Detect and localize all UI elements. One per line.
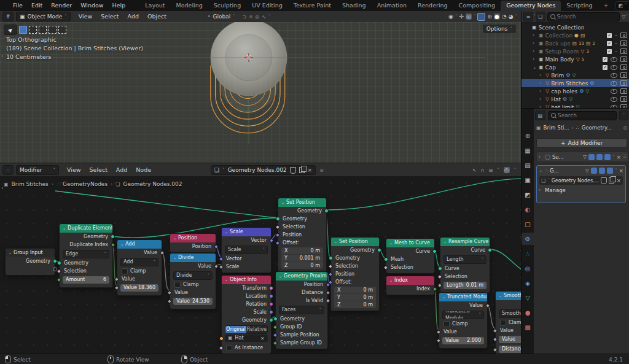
- workspace-tab-geometry-nodes[interactable]: Geometry Nodes: [501, 1, 561, 11]
- checkbox-icon[interactable]: [122, 268, 128, 274]
- eye-icon[interactable]: [611, 65, 617, 70]
- camera-render-icon[interactable]: [620, 80, 627, 86]
- socket-vector[interactable]: [328, 271, 333, 276]
- socket-float[interactable]: [114, 276, 119, 281]
- properties-tab-render[interactable]: ▦: [522, 144, 534, 157]
- node-divide[interactable]: ⌄DivideValueDivide˅ClampValueValue24.530: [170, 253, 216, 309]
- display-mode-icon[interactable]: ❏: [536, 12, 545, 21]
- node-checkbox-clamp[interactable]: Clamp: [496, 319, 521, 327]
- node-resample-curve[interactable]: ⌄Resample CurveCurveLength˅CurveSelectio…: [440, 237, 490, 293]
- checkbox-icon[interactable]: [500, 320, 506, 326]
- socket-float[interactable]: [493, 347, 498, 352]
- node-header[interactable]: ⌄Divide: [170, 254, 216, 262]
- node-enum-select[interactable]: Edge˅: [63, 250, 109, 258]
- properties-tab-physics[interactable]: ◎: [522, 262, 534, 274]
- socket-bool[interactable]: [219, 345, 224, 350]
- transform-orientation[interactable]: ⌖ Global ˅ ⊃ ∩ ◎ ∿ ˅: [208, 14, 270, 20]
- pin-icon[interactable]: ⊙: [319, 168, 324, 173]
- checkbox-icon[interactable]: ✓: [603, 57, 608, 62]
- eye-icon[interactable]: [611, 73, 617, 78]
- socket-geo[interactable]: [384, 257, 388, 261]
- fake-user-shield-icon[interactable]: [290, 167, 296, 174]
- close-icon[interactable]: ×: [617, 154, 622, 160]
- workspace-tab-sculpting[interactable]: Sculpting: [208, 1, 246, 11]
- select-subtract-icon[interactable]: [39, 26, 47, 34]
- expand-icon[interactable]: ›: [533, 48, 537, 54]
- outliner-search[interactable]: Search: [547, 12, 620, 21]
- node-menu-add[interactable]: Add: [112, 165, 131, 176]
- socket-bool[interactable]: [328, 263, 333, 268]
- toggle-option-original[interactable]: Original: [225, 326, 246, 333]
- socket-geo[interactable]: [324, 209, 329, 213]
- realtime-toggle-icon[interactable]: [599, 168, 605, 174]
- value-slider[interactable]: Value18.360: [120, 284, 158, 292]
- camera-render-icon[interactable]: [620, 64, 627, 70]
- node-menu-select[interactable]: Select: [85, 165, 112, 176]
- node-enum-select[interactable]: Smooth˅: [499, 309, 521, 318]
- collapse-icon[interactable]: ⌄: [281, 198, 284, 207]
- select-extend-icon[interactable]: [29, 26, 37, 34]
- checkbox-icon[interactable]: ✓: [603, 65, 608, 70]
- node-header[interactable]: ⌄Mesh to Curve: [386, 239, 434, 247]
- collapse-icon[interactable]: ⌄: [499, 292, 502, 300]
- socket-vector[interactable]: [269, 294, 273, 298]
- properties-search[interactable]: Search: [548, 111, 617, 120]
- node-header[interactable]: ⌄Add: [117, 240, 162, 249]
- close-icon[interactable]: ×: [308, 167, 313, 173]
- node-enum-select[interactable]: Divide˅: [173, 271, 213, 280]
- workspace-tab-animation[interactable]: Animation: [372, 1, 412, 11]
- socket-vector[interactable]: [275, 232, 280, 237]
- material-shading-icon[interactable]: ◔: [502, 14, 507, 20]
- socket-geo[interactable]: [377, 248, 381, 252]
- rendered-shading-icon[interactable]: ◕: [509, 14, 514, 20]
- camera-render-icon[interactable]: [620, 33, 627, 38]
- collapse-icon[interactable]: ⌄: [120, 240, 123, 249]
- socket-object[interactable]: [219, 336, 224, 341]
- node-scale[interactable]: ⌄ScaleVectorScale˅VectorScale: [221, 227, 272, 273]
- workspace-tab-uv-editing[interactable]: UV Editing: [246, 1, 288, 11]
- socket-float[interactable]: [160, 250, 165, 255]
- node-enum-select[interactable]: Truncated Modulo˅: [442, 311, 484, 319]
- vector-field-z[interactable]: Z0 m: [281, 262, 323, 269]
- node-group-selector[interactable]: ❏ ˅ Geometry Nodes.002 ×: [211, 165, 316, 175]
- node-header[interactable]: ⌄Geometry Proximity: [276, 272, 327, 281]
- add-modifier-button[interactable]: + Add Modifier: [536, 138, 627, 148]
- socket-float[interactable]: [214, 263, 219, 268]
- checkbox-icon[interactable]: ✓: [607, 49, 612, 54]
- camera-render-icon[interactable]: [620, 88, 627, 94]
- select-invert-icon[interactable]: [49, 26, 57, 34]
- node-tree-type-selector[interactable]: Modifier ˅: [16, 165, 59, 175]
- properties-tab-scene[interactable]: ◩: [522, 188, 534, 201]
- socket-int[interactable]: [273, 324, 278, 329]
- vector-field-x[interactable]: X0 m: [281, 247, 323, 255]
- checkbox-icon[interactable]: ✓: [607, 33, 612, 38]
- node-editor-type-icon[interactable]: ∴: [2, 165, 14, 175]
- socket-int[interactable]: [432, 286, 437, 291]
- collapse-icon[interactable]: ⌄: [225, 276, 228, 284]
- magnet-icon[interactable]: ∩: [481, 168, 485, 173]
- magnet-icon[interactable]: ∩: [249, 14, 252, 20]
- toolbar-expand-icon[interactable]: ›: [1, 53, 4, 59]
- eye-icon[interactable]: [611, 57, 617, 62]
- eye-icon[interactable]: [611, 89, 617, 94]
- wireframe-shading-icon[interactable]: ⊕: [487, 14, 492, 20]
- falloff-curve-icon[interactable]: ∿: [262, 14, 266, 20]
- expand-icon[interactable]: ›: [539, 96, 544, 102]
- expand-icon[interactable]: ›: [539, 72, 544, 78]
- value-slider[interactable]: Value2.000: [442, 337, 484, 344]
- xray-toggle-icon[interactable]: [477, 13, 485, 21]
- properties-options-icon[interactable]: ˅: [619, 110, 628, 120]
- node-geometry-proximity[interactable]: ⌄Geometry ProximityPositionDistanceIs Va…: [275, 271, 328, 349]
- tweak-tool-button[interactable]: ▶: [4, 25, 17, 35]
- socket-geo[interactable]: [488, 248, 492, 252]
- viewport-menu-add[interactable]: Add: [123, 11, 143, 22]
- socket-geo[interactable]: [438, 266, 442, 271]
- options-button[interactable]: Options ˅: [483, 25, 516, 33]
- outliner-editor-icon[interactable]: ≡: [523, 12, 533, 21]
- socket-vector[interactable]: [273, 332, 278, 337]
- socket-float[interactable]: [326, 290, 330, 295]
- node-enum-select[interactable]: Add˅: [120, 258, 158, 266]
- visibility-icon[interactable]: ◉: [448, 14, 453, 20]
- socket-bool[interactable]: [275, 224, 280, 229]
- collapse-icon[interactable]: ⌄: [279, 272, 282, 281]
